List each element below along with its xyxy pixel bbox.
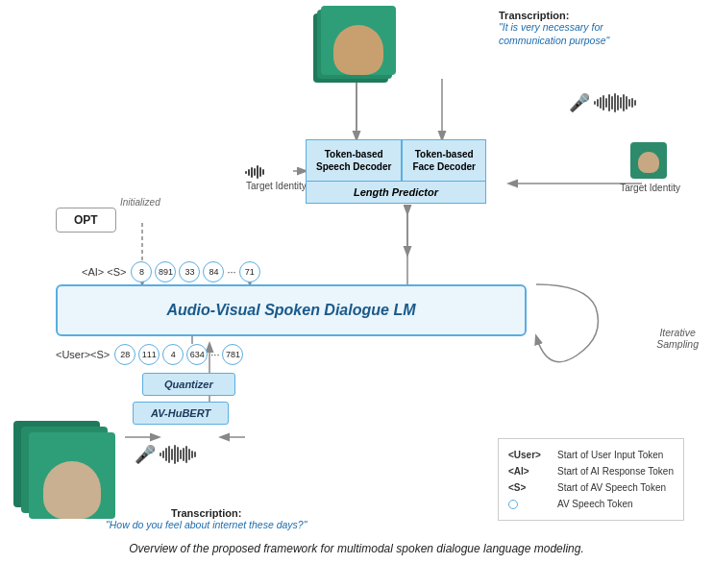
ai-tokens-ellipsis: ··· xyxy=(227,266,235,278)
transcription-top-label: Transcription: xyxy=(499,10,648,21)
transcription-bottom: Transcription: "How do you feel about in… xyxy=(106,507,307,532)
target-identity-left: Target Identity xyxy=(246,181,307,191)
mic-icon-top: 🎤 xyxy=(569,92,590,113)
user-token-4: 781 xyxy=(222,344,243,365)
user-token-2: 4 xyxy=(162,344,184,365)
ai-tokens-row: <AI> <S> 8 891 33 84 ··· 71 xyxy=(82,261,260,282)
ai-token-3: 84 xyxy=(203,261,224,282)
user-token-3: 634 xyxy=(186,344,208,365)
person-bottom-image xyxy=(29,432,115,519)
legend-box: <User> Start of User Input Token <AI> St… xyxy=(498,438,684,521)
iterative-sampling-label: Iterative Sampling xyxy=(656,327,699,350)
mic-wave-bottom: 🎤 xyxy=(135,444,196,465)
speech-decoder-sublabel: Speech Decoder xyxy=(316,160,391,173)
mic-wave-top: 🎤 xyxy=(569,92,636,113)
avhubert-box: AV-HuBERT xyxy=(133,402,229,425)
face-decoder-label: Token-based xyxy=(412,148,476,160)
legend-row-user: <User> Start of User Input Token xyxy=(508,447,674,463)
user-tokens-prefix: <User><S> xyxy=(56,349,110,360)
transcription-bottom-quote: "How do you feel about internet these da… xyxy=(106,519,307,532)
person-right-small xyxy=(630,142,667,179)
ai-tokens-prefix: <AI> <S> xyxy=(82,266,126,278)
ai-token-4: 71 xyxy=(239,261,260,282)
transcription-top: Transcription: "It is very necessary for… xyxy=(499,10,648,47)
ai-token-0: 8 xyxy=(131,261,152,282)
legend-desc-circle: AV Speech Token xyxy=(557,496,633,512)
main-lm-box: Audio-Visual Spoken Dialogue LM xyxy=(56,284,527,336)
legend-circle-icon xyxy=(508,500,518,509)
waveform-left xyxy=(245,162,264,182)
user-tokens-ellipsis: ··· xyxy=(210,349,219,360)
mic-icon-bottom: 🎤 xyxy=(135,444,156,465)
diagram-container: Transcription: "It is very necessary for… xyxy=(0,0,713,557)
speech-decoder-label: Token-based xyxy=(316,148,391,160)
length-predictor-box: Length Predictor xyxy=(306,182,486,204)
quantizer-box: Quantizer xyxy=(142,373,235,396)
legend-row-s: <S> Start of AV Speech Token xyxy=(508,479,674,496)
initialized-label: Initialized xyxy=(120,197,160,208)
caption: Overview of the proposed framework for m… xyxy=(0,542,713,555)
waveform-bottom xyxy=(160,445,196,464)
legend-tag-s: <S> xyxy=(508,479,552,496)
legend-row-ai: <AI> Start of AI Response Token xyxy=(508,463,674,479)
legend-desc-ai: Start of AI Response Token xyxy=(557,463,674,479)
audio-wave-left xyxy=(245,163,264,181)
ai-token-1: 891 xyxy=(155,261,176,282)
transcription-top-quote: "It is very necessary for communication … xyxy=(499,21,648,47)
user-token-1: 111 xyxy=(138,344,160,365)
decoders-row: Token-based Speech Decoder Token-based F… xyxy=(306,139,486,182)
ai-token-2: 33 xyxy=(179,261,200,282)
decoders-container: Token-based Speech Decoder Token-based F… xyxy=(306,139,486,204)
legend-tag-user: <User> xyxy=(508,447,552,463)
legend-desc-s: Start of AV Speech Token xyxy=(557,479,666,496)
legend-desc-user: Start of User Input Token xyxy=(557,447,663,463)
opt-box: OPT xyxy=(56,208,116,233)
legend-tag-ai: <AI> xyxy=(508,463,552,479)
person-right-small-face xyxy=(638,152,659,173)
waveform-top xyxy=(594,93,636,112)
legend-tag-circle xyxy=(508,500,552,509)
speech-decoder-box: Token-based Speech Decoder xyxy=(306,139,402,182)
transcription-bottom-label: Transcription: xyxy=(106,507,307,519)
user-token-0: 28 xyxy=(114,344,135,365)
face-decoder-box: Token-based Face Decoder xyxy=(402,139,486,182)
person-top-image xyxy=(321,6,396,75)
user-tokens-row: <User><S> 28 111 4 634 ··· 781 xyxy=(56,344,243,365)
face-decoder-sublabel: Face Decoder xyxy=(412,160,476,173)
legend-row-circle: AV Speech Token xyxy=(508,496,674,512)
main-lm-label: Audio-Visual Spoken Dialogue LM xyxy=(167,302,416,319)
target-identity-right: Target Identity xyxy=(620,183,680,193)
